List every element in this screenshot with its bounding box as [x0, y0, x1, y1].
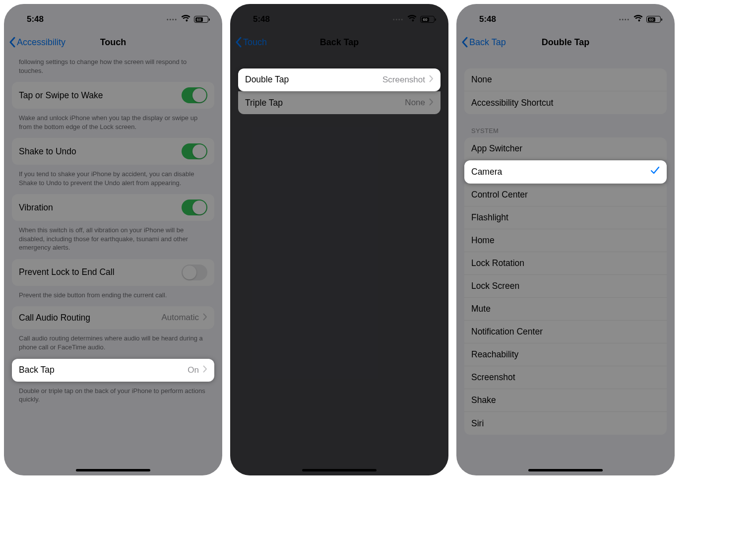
- cellular-icon: ••••: [619, 17, 630, 22]
- status-time: 5:48: [27, 14, 44, 24]
- cell-vibration[interactable]: Vibration: [12, 194, 214, 221]
- cell-value: On: [188, 365, 199, 375]
- option-label: Flashlight: [471, 212, 508, 223]
- toggle-vibration[interactable]: [182, 200, 207, 215]
- option-flashlight[interactable]: Flashlight: [464, 206, 667, 229]
- chevron-left-icon: [235, 37, 242, 48]
- chevron-right-icon: [203, 313, 207, 323]
- option-shake[interactable]: Shake: [464, 389, 667, 412]
- nav-back-button[interactable]: Accessibility: [9, 37, 65, 48]
- chevron-right-icon: [203, 365, 207, 375]
- cell-label: Shake to Undo: [19, 146, 76, 157]
- option-app-switcher[interactable]: App Switcher: [464, 137, 667, 160]
- cell-footer: When this switch is off, all vibration o…: [12, 223, 214, 259]
- option-screenshot[interactable]: Screenshot: [464, 366, 667, 389]
- option-label: None: [471, 74, 492, 85]
- nav-title: Double Tap: [542, 37, 590, 48]
- content-area[interactable]: NoneAccessibility Shortcut System App Sw…: [456, 55, 675, 435]
- cell-back-tap[interactable]: Back Tap On: [12, 359, 214, 382]
- cell-footer: Prevent the side button from ending the …: [12, 288, 214, 307]
- cell-value: Automatic: [161, 313, 199, 323]
- option-mute[interactable]: Mute: [464, 298, 667, 321]
- status-bar: 5:48 •••• 60: [4, 4, 222, 30]
- cell-label: Triple Tap: [245, 98, 283, 108]
- option-camera[interactable]: Camera: [464, 160, 667, 184]
- home-indicator[interactable]: [302, 469, 377, 471]
- status-bar: 5:48 •••• 60: [230, 4, 448, 30]
- option-accessibility-shortcut[interactable]: Accessibility Shortcut: [464, 91, 667, 114]
- nav-back-label: Touch: [243, 37, 267, 48]
- battery-icon: 60: [194, 16, 208, 23]
- option-label: Mute: [471, 304, 491, 314]
- nav-back-label: Accessibility: [17, 37, 65, 48]
- option-label: Camera: [471, 167, 502, 177]
- status-icons: •••• 60: [619, 14, 661, 24]
- status-time: 5:48: [479, 14, 496, 24]
- cell-label: Tap or Swipe to Wake: [19, 90, 103, 101]
- toggle-shake-undo[interactable]: [182, 143, 207, 159]
- option-label: Accessibility Shortcut: [471, 98, 553, 108]
- status-icons: •••• 60: [167, 14, 208, 24]
- cell-call-audio[interactable]: Call Audio Routing Automatic: [12, 306, 214, 329]
- toggle-prevent-lock[interactable]: [182, 265, 207, 280]
- option-label: Lock Rotation: [471, 258, 524, 268]
- option-control-center[interactable]: Control Center: [464, 184, 667, 206]
- option-siri[interactable]: Siri: [464, 412, 667, 435]
- cell-shake-undo[interactable]: Shake to Undo: [12, 138, 214, 165]
- cellular-icon: ••••: [167, 17, 178, 22]
- option-label: App Switcher: [471, 143, 522, 154]
- nav-bar: Accessibility Touch: [4, 30, 222, 55]
- cell-value: None: [405, 98, 425, 108]
- cell-label: Vibration: [19, 202, 53, 213]
- option-none[interactable]: None: [464, 68, 667, 91]
- phone-screen-backtap: 5:48 •••• 60 Touch Back Tap Double Tap S…: [230, 4, 448, 475]
- nav-bar: Back Tap Double Tap: [456, 30, 675, 55]
- option-label: Screenshot: [471, 372, 515, 383]
- option-reachability[interactable]: Reachability: [464, 343, 667, 366]
- cellular-icon: ••••: [393, 17, 404, 22]
- option-label: Siri: [471, 418, 484, 429]
- status-bar: 5:48 •••• 60: [456, 4, 675, 30]
- option-lock-rotation[interactable]: Lock Rotation: [464, 252, 667, 275]
- cell-footer: If you tend to shake your iPhone by acci…: [12, 167, 214, 194]
- nav-back-button[interactable]: Back Tap: [461, 37, 506, 48]
- battery-icon: 60: [646, 16, 661, 23]
- cell-footer: Call audio routing determines where audi…: [12, 331, 214, 358]
- cell-tap-wake[interactable]: Tap or Swipe to Wake: [12, 82, 214, 109]
- cell-prevent-lock[interactable]: Prevent Lock to End Call: [12, 259, 214, 286]
- section-header-system: System: [464, 116, 667, 137]
- option-lock-screen[interactable]: Lock Screen: [464, 275, 667, 298]
- nav-title: Touch: [100, 37, 126, 48]
- group-top: NoneAccessibility Shortcut: [464, 68, 667, 114]
- home-indicator[interactable]: [528, 469, 603, 471]
- cell-triple-tap[interactable]: Triple Tap None: [238, 91, 441, 114]
- status-icons: •••• 60: [393, 14, 435, 24]
- cell-footer: Double or triple tap on the back of your…: [12, 384, 214, 411]
- option-label: Control Center: [471, 190, 528, 200]
- nav-title: Back Tap: [320, 37, 359, 48]
- cell-double-tap[interactable]: Double Tap Screenshot: [238, 68, 441, 91]
- status-time: 5:48: [253, 14, 270, 24]
- cell-label: Back Tap: [19, 365, 55, 375]
- option-label: Reachability: [471, 349, 518, 360]
- chevron-right-icon: [429, 74, 434, 85]
- option-label: Lock Screen: [471, 281, 519, 291]
- cell-label: Prevent Lock to End Call: [19, 267, 115, 277]
- wifi-icon: [633, 14, 643, 24]
- wifi-icon: [407, 14, 417, 24]
- phone-screen-doubletap: 5:48 •••• 60 Back Tap Double Tap NoneAcc…: [456, 4, 675, 475]
- nav-back-label: Back Tap: [469, 37, 506, 48]
- checkmark-icon: [650, 166, 660, 178]
- cell-footer: Wake and unlock iPhone when you tap the …: [12, 111, 214, 138]
- cell-value: Screenshot: [382, 75, 425, 85]
- nav-back-button[interactable]: Touch: [235, 37, 267, 48]
- content-area[interactable]: Double Tap Screenshot Triple Tap None: [230, 55, 448, 114]
- option-home[interactable]: Home: [464, 229, 667, 252]
- option-label: Notification Center: [471, 327, 543, 337]
- home-indicator[interactable]: [76, 469, 150, 471]
- toggle-tap-wake[interactable]: [182, 87, 207, 103]
- option-notification-center[interactable]: Notification Center: [464, 321, 667, 343]
- content-area[interactable]: following settings to change how the scr…: [4, 55, 222, 411]
- chevron-right-icon: [429, 98, 434, 108]
- option-label: Home: [471, 235, 495, 246]
